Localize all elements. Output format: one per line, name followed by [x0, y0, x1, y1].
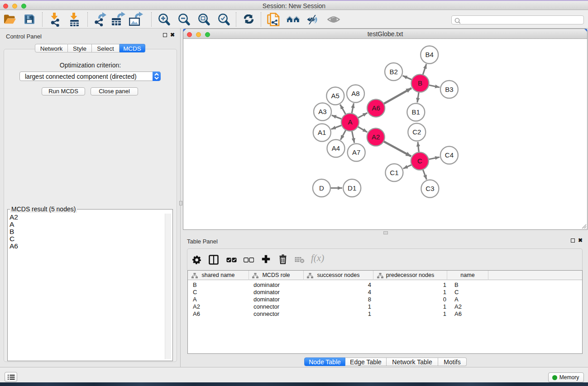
svg-text:A3: A3	[318, 108, 326, 115]
svg-text:C2: C2	[412, 128, 421, 136]
svg-text:A6: A6	[372, 104, 380, 112]
svg-text:B1: B1	[412, 108, 420, 116]
svg-text:B: B	[418, 79, 422, 87]
svg-text:C1: C1	[390, 169, 398, 176]
svg-text:C: C	[417, 157, 422, 165]
svg-text:C4: C4	[445, 151, 454, 159]
svg-text:A2: A2	[372, 133, 380, 141]
svg-text:B2: B2	[389, 68, 397, 76]
svg-text:C3: C3	[425, 185, 434, 192]
svg-text:B3: B3	[445, 86, 453, 93]
svg-text:A7: A7	[352, 148, 360, 156]
svg-text:A5: A5	[331, 92, 339, 100]
svg-text:B4: B4	[425, 51, 434, 58]
svg-text:A4: A4	[332, 144, 340, 152]
svg-text:A8: A8	[351, 90, 359, 97]
svg-text:A1: A1	[318, 129, 326, 136]
svg-text:D1: D1	[348, 184, 356, 192]
svg-text:D: D	[319, 184, 324, 192]
svg-text:A: A	[348, 118, 352, 126]
